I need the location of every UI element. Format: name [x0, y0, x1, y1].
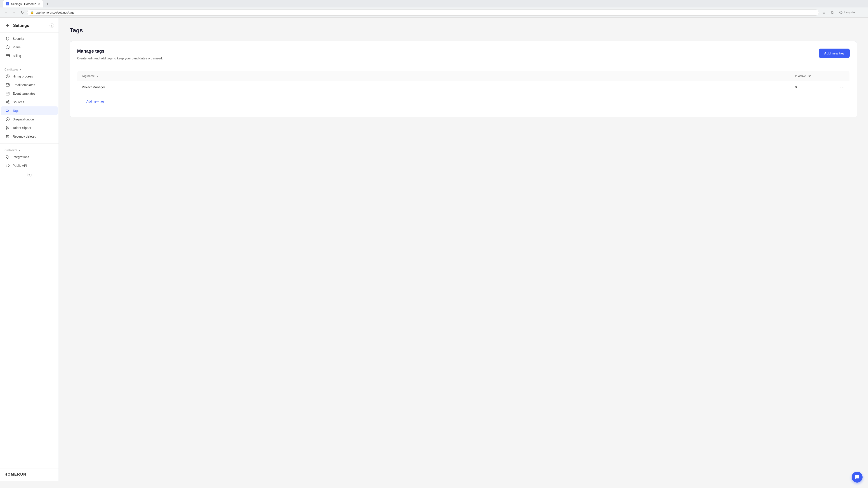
shield-icon	[5, 36, 10, 41]
scissors-icon	[5, 126, 10, 130]
chevron-down-icon: ▼	[19, 68, 22, 71]
back-button[interactable]: ←	[3, 9, 9, 15]
col-actions-header	[836, 71, 850, 81]
bookmark-button[interactable]: ☆	[821, 9, 827, 15]
sidebar-item-hiring-process[interactable]: Hiring process	[1, 72, 58, 80]
tag-name-cell: Project Manager	[77, 81, 790, 93]
tags-table: Tag name ▲ In active use Project Manager…	[77, 71, 850, 110]
sidebar-item-talent-clipper[interactable]: Talent clipper	[1, 124, 58, 132]
svg-rect-14	[6, 110, 8, 111]
trash-icon	[5, 134, 10, 139]
add-tag-row: Add new tag	[77, 93, 850, 110]
table-head: Tag name ▲ In active use	[77, 71, 850, 81]
customize-section-label: Customize ▼	[0, 147, 59, 153]
sidebar-item-plans[interactable]: Plans	[1, 43, 58, 52]
sidebar-item-sources[interactable]: Sources	[1, 98, 58, 106]
new-tab-button[interactable]: +	[44, 1, 51, 7]
manage-tags-card: Manage tags Create, edit and add tags to…	[70, 41, 857, 117]
add-new-tag-button[interactable]: Add new tag	[819, 48, 850, 58]
address-url: app.homerun.co/settings/tags	[36, 11, 815, 14]
sidebar-item-label: Tags	[13, 109, 20, 112]
sidebar-item-label: Event templates	[13, 92, 35, 95]
chat-button[interactable]	[852, 472, 863, 481]
sidebar-item-event-templates[interactable]: Event templates	[1, 89, 58, 98]
sidebar-item-label: Recently deleted	[13, 135, 36, 138]
sidebar-item-email-templates[interactable]: Email templates	[1, 80, 58, 89]
creditcard-icon	[5, 54, 10, 58]
tag-icon	[5, 108, 10, 113]
card-header-row: Manage tags Create, edit and add tags to…	[77, 48, 850, 66]
svg-line-21	[8, 128, 9, 129]
tab-bar: H Settings · Homerun × +	[0, 0, 868, 7]
browser-nav-bar: ← → ↻ 🔒 app.homerun.co/settings/tags ☆ ⧉…	[0, 7, 868, 18]
homerun-logo: HOMERUN	[4, 473, 26, 477]
svg-line-13	[7, 101, 8, 102]
share-icon	[5, 100, 10, 104]
add-tag-link-cell: Add new tag	[77, 93, 850, 110]
svg-point-18	[6, 126, 7, 127]
table-body: Project Manager 0 ··· Add new tag	[77, 81, 850, 110]
scroll-down-button[interactable]: ▼	[27, 173, 32, 177]
box-icon	[5, 45, 10, 50]
row-actions-button[interactable]: ···	[840, 85, 845, 89]
puzzle-icon	[5, 155, 10, 159]
reload-button[interactable]: ↻	[19, 9, 25, 15]
sidebar-item-recently-deleted[interactable]: Recently deleted	[1, 132, 58, 141]
svg-point-19	[6, 128, 7, 129]
table-header-row: Tag name ▲ In active use	[77, 71, 850, 81]
sidebar-item-billing[interactable]: Billing	[1, 52, 58, 60]
sidebar: Settings ▲ Security	[0, 18, 59, 481]
circle-x-icon	[5, 117, 10, 122]
envelope-icon	[5, 83, 10, 87]
sidebar-customize-section: Customize ▼ Integrations	[0, 144, 59, 172]
manage-tags-title: Manage tags	[77, 48, 819, 54]
sidebar-item-label: Hiring process	[13, 74, 33, 78]
extensions-button[interactable]: ⧉	[829, 9, 835, 15]
app-layout: Settings ▲ Security	[0, 18, 868, 481]
card-description-block: Manage tags Create, edit and add tags to…	[77, 48, 819, 66]
add-tag-link[interactable]: Add new tag	[82, 97, 108, 106]
sidebar-item-tags[interactable]: Tags	[1, 106, 58, 115]
manage-tags-description: Create, edit and add tags to keep your c…	[77, 57, 819, 60]
sidebar-header: Settings ▲	[0, 18, 59, 33]
svg-line-12	[7, 102, 8, 103]
tab-favicon: H	[6, 2, 9, 5]
sidebar-back-button[interactable]	[4, 22, 11, 29]
sidebar-divider-2	[0, 143, 59, 144]
circle-steps-icon	[5, 74, 10, 78]
sidebar-footer: HOMERUN	[0, 468, 59, 481]
sidebar-item-label: Sources	[13, 100, 24, 104]
forward-button[interactable]: →	[11, 9, 17, 15]
table-row: Project Manager 0 ···	[77, 81, 850, 93]
browser-tab[interactable]: H Settings · Homerun ×	[3, 0, 43, 7]
svg-line-22	[7, 127, 8, 128]
scroll-up-button[interactable]: ▲	[50, 23, 54, 28]
chevron-down-icon-2: ▼	[18, 149, 21, 152]
page-title: Tags	[70, 27, 857, 34]
sidebar-item-security[interactable]: Security	[1, 34, 58, 43]
sidebar-item-disqualification[interactable]: Disqualification	[1, 115, 58, 124]
address-bar[interactable]: 🔒 app.homerun.co/settings/tags	[27, 9, 819, 15]
sidebar-candidates-section: Candidates ▼ Hiring process	[0, 64, 59, 142]
incognito-label: Incognito	[844, 11, 855, 14]
sidebar-top-section: Security Plans Billing	[0, 33, 59, 62]
svg-rect-5	[6, 92, 9, 95]
menu-button[interactable]: ⋮	[859, 9, 865, 15]
candidates-section-label: Candidates ▼	[0, 66, 59, 72]
sidebar-item-integrations[interactable]: Integrations	[1, 153, 58, 161]
scroll-down-indicator: ▼	[0, 172, 59, 178]
sidebar-item-label: Security	[13, 37, 24, 40]
col-tag-name-header[interactable]: Tag name ▲	[77, 71, 790, 81]
browser-chrome: H Settings · Homerun × + ← → ↻ 🔒 app.hom…	[0, 0, 868, 18]
svg-point-10	[6, 102, 7, 103]
tab-close-button[interactable]: ×	[38, 2, 40, 6]
sidebar-item-label: Email templates	[13, 83, 35, 87]
sidebar-divider	[0, 63, 59, 63]
incognito-badge: Incognito	[837, 10, 857, 15]
sidebar-item-label: Talent clipper	[13, 126, 31, 130]
row-actions-cell: ···	[836, 81, 850, 93]
tab-title: Settings · Homerun	[11, 2, 36, 6]
sidebar-item-label: Plans	[13, 45, 21, 49]
sidebar-item-public-api[interactable]: Public API	[1, 161, 58, 170]
col-active-use-header: In active use	[790, 71, 836, 81]
